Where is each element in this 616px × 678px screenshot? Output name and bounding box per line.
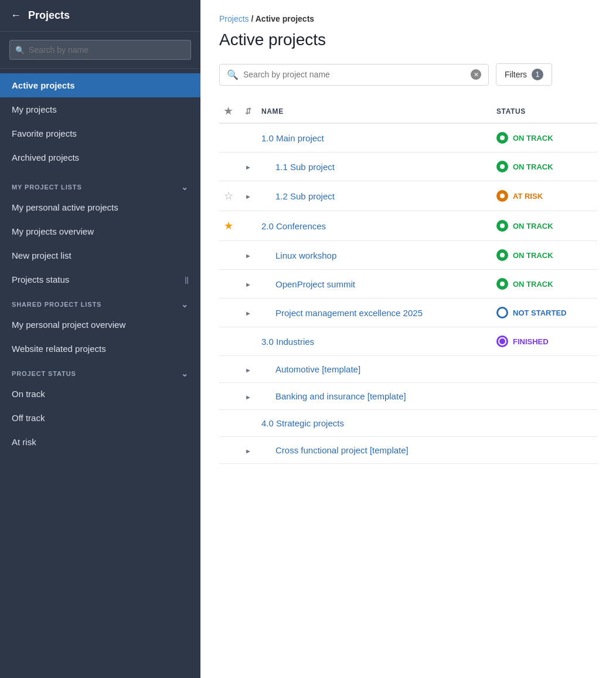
star-icon[interactable]: ★ [224, 220, 233, 232]
status-cell: NOT STARTED [492, 299, 597, 327]
project-name-link[interactable]: Automotive [template] [261, 364, 360, 374]
project-name-link[interactable]: 1.1 Sub project [261, 162, 335, 172]
status-dot [496, 249, 508, 261]
status-cell: ON TRACK [492, 123, 597, 152]
my-project-lists-chevron[interactable]: ⌄ [181, 182, 189, 192]
status-badge: ON TRACK [496, 220, 593, 232]
star-cell [219, 270, 240, 299]
status-cell: ON TRACK [492, 152, 597, 181]
project-status-label: PROJECT STATUS [12, 370, 76, 377]
sidebar-item-label: New project list [12, 250, 72, 260]
shared-project-lists-chevron[interactable]: ⌄ [181, 300, 189, 309]
project-name-link[interactable]: 2.0 Conferences [261, 221, 326, 231]
sidebar-item-label: Archived projects [12, 152, 79, 162]
status-badge: ON TRACK [496, 161, 593, 172]
project-name-link[interactable]: 4.0 Strategic projects [261, 418, 344, 428]
sidebar-item-at-risk[interactable]: At risk [0, 430, 200, 454]
status-label: AT RISK [513, 192, 543, 201]
sidebar-item-label: Active projects [12, 80, 75, 90]
sidebar-item-favorite-projects[interactable]: Favorite projects [0, 121, 200, 145]
clear-search-icon[interactable]: ✕ [471, 69, 481, 80]
sidebar-item-my-personal-active[interactable]: My personal active projects [0, 195, 200, 219]
sidebar-item-label: Website related projects [12, 344, 106, 354]
expand-arrow-icon[interactable]: ► [245, 394, 251, 401]
back-icon[interactable]: ← [11, 9, 21, 22]
star-cell: ★ [219, 211, 240, 241]
expand-arrow-cell: ► [240, 270, 257, 299]
sidebar-item-label: My personal project overview [12, 320, 125, 330]
sidebar-item-label: My projects [12, 104, 57, 114]
star-cell [219, 152, 240, 181]
sidebar-item-on-track[interactable]: On track [0, 382, 200, 406]
status-dot [496, 161, 508, 172]
breadcrumb-parent[interactable]: Projects [219, 14, 249, 23]
star-cell [219, 123, 240, 152]
star-icon[interactable]: ☆ [224, 190, 233, 202]
sidebar-item-my-projects-overview[interactable]: My projects overview [0, 219, 200, 243]
star-cell [219, 299, 240, 327]
sidebar-header: ← Projects [0, 0, 200, 32]
project-name-cell: Linux workshop [257, 241, 492, 270]
my-project-lists-section: MY PROJECT LISTS ⌄ My personal active pr… [0, 174, 200, 291]
expand-arrow-cell [240, 327, 257, 356]
expand-arrow-icon[interactable]: ► [245, 310, 251, 317]
status-label: NOT STARTED [513, 309, 566, 317]
expand-arrow-icon[interactable]: ► [245, 281, 251, 288]
status-cell: ON TRACK [492, 270, 597, 299]
expand-arrow-icon[interactable]: ► [245, 252, 251, 259]
project-name-link[interactable]: Banking and insurance [template] [261, 391, 406, 401]
star-cell [219, 437, 240, 464]
project-name-link[interactable]: Linux workshop [261, 250, 336, 260]
star-cell: ☆ [219, 181, 240, 211]
status-label: ON TRACK [513, 251, 553, 260]
th-name[interactable]: NAME [257, 100, 492, 123]
sidebar-item-archived-projects[interactable]: Archived projects [0, 145, 200, 170]
sidebar-item-projects-status[interactable]: Projects status || [0, 267, 200, 291]
expand-arrow-icon[interactable]: ► [245, 367, 251, 374]
th-status[interactable]: STATUS [492, 100, 597, 123]
table-row: ►Cross functional project [template] [219, 437, 597, 464]
project-status-chevron[interactable]: ⌄ [181, 369, 189, 378]
status-cell: FINISHED [492, 327, 597, 356]
sidebar-item-active-projects[interactable]: Active projects [0, 73, 200, 97]
status-dot [496, 220, 508, 232]
project-search-input[interactable] [243, 70, 466, 79]
status-cell [492, 383, 597, 410]
expand-arrow-icon[interactable]: ► [245, 193, 251, 200]
table-row: ►1.1 Sub projectON TRACK [219, 152, 597, 181]
sidebar-item-my-personal-project-overview[interactable]: My personal project overview [0, 313, 200, 337]
filters-count-badge: 1 [532, 69, 543, 80]
sidebar-search-input[interactable] [9, 40, 191, 60]
sidebar-item-my-projects[interactable]: My projects [0, 97, 200, 121]
project-name-link[interactable]: OpenProject summit [261, 279, 355, 289]
project-name-link[interactable]: 3.0 Industries [261, 337, 314, 347]
expand-arrow-icon[interactable]: ► [245, 448, 251, 455]
table-header-row: ★ ⇵ NAME STATUS [219, 100, 597, 123]
table-row: ☆►1.2 Sub projectAT RISK [219, 181, 597, 211]
table-row: ►OpenProject summitON TRACK [219, 270, 597, 299]
project-name-cell: Banking and insurance [template] [257, 383, 492, 410]
shared-project-lists-section: SHARED PROJECT LISTS ⌄ My personal proje… [0, 291, 200, 361]
star-cell [219, 383, 240, 410]
th-star: ★ [219, 100, 240, 123]
status-label: FINISHED [513, 337, 549, 346]
project-name-link[interactable]: 1.0 Main project [261, 133, 324, 143]
sidebar-item-label: My personal active projects [12, 202, 118, 212]
status-cell [492, 356, 597, 383]
sidebar-item-website-related-projects[interactable]: Website related projects [0, 337, 200, 361]
sidebar-item-off-track[interactable]: Off track [0, 406, 200, 430]
filters-button[interactable]: Filters 1 [496, 63, 552, 86]
th-arrow: ⇵ [240, 100, 257, 123]
project-name-cell: 1.0 Main project [257, 123, 492, 152]
sidebar-item-new-project-list[interactable]: New project list [0, 243, 200, 267]
projects-status-badge: || [185, 275, 189, 284]
project-name-link[interactable]: 1.2 Sub project [261, 191, 335, 201]
project-name-link[interactable]: Project management excellence 2025 [261, 308, 423, 318]
project-name-link[interactable]: Cross functional project [template] [261, 445, 409, 455]
table-row: 3.0 IndustriesFINISHED [219, 327, 597, 356]
project-name-cell: OpenProject summit [257, 270, 492, 299]
star-cell [219, 327, 240, 356]
expand-arrow-icon[interactable]: ► [245, 164, 251, 171]
page-title: Active projects [219, 30, 597, 49]
sidebar-search-container: 🔍 [0, 32, 200, 69]
